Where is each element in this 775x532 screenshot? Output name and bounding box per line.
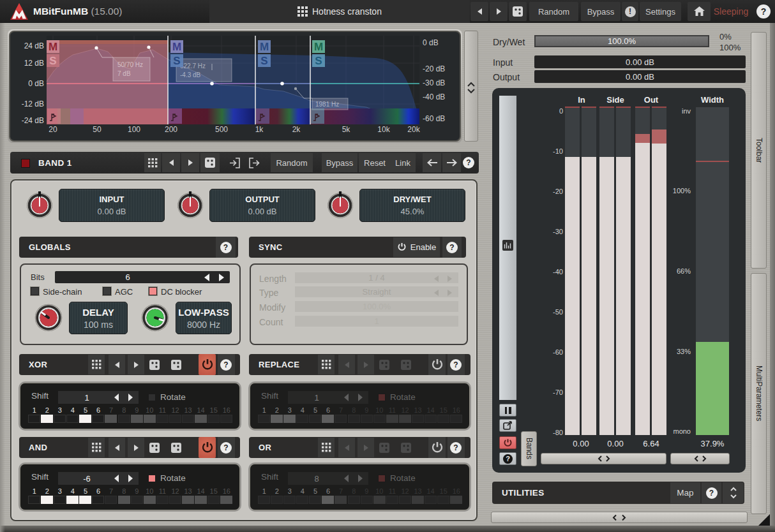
svg-text:12 dB: 12 dB: [24, 59, 44, 68]
svg-text:1981 Hz: 1981 Hz: [315, 101, 339, 108]
svg-text:50/70 Hz: 50/70 Hz: [117, 61, 143, 68]
svg-text:0 dB: 0 dB: [423, 38, 439, 47]
svg-text:S: S: [315, 55, 322, 67]
svg-text:M: M: [314, 41, 323, 53]
svg-text:-20 dB: -20 dB: [423, 64, 445, 73]
svg-text:M: M: [260, 41, 269, 53]
svg-text:5k: 5k: [342, 125, 351, 134]
svg-text:S: S: [173, 55, 180, 67]
svg-text:-30 dB: -30 dB: [423, 78, 445, 87]
svg-text:20k: 20k: [407, 125, 420, 134]
svg-text:2k: 2k: [292, 125, 301, 134]
svg-text:-12 dB: -12 dB: [22, 100, 44, 108]
svg-text:7 dB: 7 dB: [117, 70, 131, 77]
svg-text:M: M: [172, 41, 181, 53]
svg-text:S: S: [49, 55, 56, 67]
svg-text:1k: 1k: [255, 125, 264, 134]
svg-text:10k: 10k: [377, 125, 390, 134]
svg-text:622.7 Hz: 622.7 Hz: [180, 63, 206, 70]
svg-text:-4.3 dB: -4.3 dB: [180, 71, 201, 78]
svg-text:-40 dB: -40 dB: [423, 92, 445, 101]
svg-text:24 dB: 24 dB: [24, 41, 44, 50]
svg-text:-60 dB: -60 dB: [423, 114, 445, 123]
svg-text:S: S: [260, 55, 267, 67]
svg-text:M: M: [49, 41, 57, 53]
svg-text:200: 200: [165, 125, 177, 134]
svg-text:20: 20: [49, 125, 57, 134]
svg-text:50: 50: [93, 125, 102, 134]
svg-text:100: 100: [128, 125, 140, 134]
svg-text:-24 dB: -24 dB: [22, 116, 44, 125]
svg-text:500: 500: [215, 125, 228, 134]
svg-text:0 dB: 0 dB: [28, 79, 44, 88]
